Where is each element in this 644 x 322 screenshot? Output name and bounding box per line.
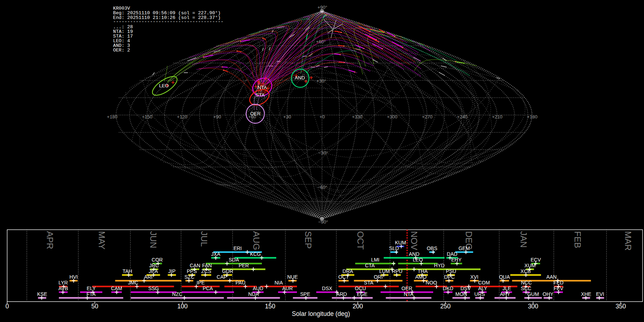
svg-text:OHY: OHY bbox=[543, 291, 554, 297]
svg-text:NOV: NOV bbox=[409, 231, 419, 250]
svg-text:PER: PER bbox=[239, 263, 249, 268]
svg-text:OER: OER bbox=[401, 286, 412, 291]
svg-text:300: 300 bbox=[528, 303, 538, 310]
svg-text:+330: +330 bbox=[352, 114, 362, 119]
svg-text:250: 250 bbox=[440, 303, 450, 310]
svg-text:FED: FED bbox=[553, 280, 564, 286]
svg-text:+120: +120 bbox=[177, 114, 187, 119]
svg-text:JXA: JXA bbox=[211, 251, 220, 257]
svg-text:LEO: LEO bbox=[159, 83, 169, 88]
svg-text:JUL: JUL bbox=[199, 231, 209, 247]
svg-text:OCT: OCT bbox=[356, 231, 365, 250]
svg-text:Solar longitude (deg): Solar longitude (deg) bbox=[292, 310, 350, 317]
svg-text:DRA: DRA bbox=[342, 268, 353, 274]
svg-text:AHY: AHY bbox=[500, 291, 510, 297]
svg-text:DAD: DAD bbox=[447, 251, 458, 257]
svg-text:PPS: PPS bbox=[187, 268, 197, 274]
svg-text:OER: OER bbox=[250, 111, 261, 116]
svg-text:PCA: PCA bbox=[203, 286, 213, 291]
svg-text:+210: +210 bbox=[492, 114, 502, 119]
svg-text:LMI: LMI bbox=[371, 257, 379, 263]
svg-text:NIA: NIA bbox=[274, 280, 283, 286]
svg-text:ARI: ARI bbox=[144, 274, 152, 280]
svg-text:DPC: DPC bbox=[444, 274, 455, 280]
svg-text:+240: +240 bbox=[457, 114, 467, 119]
svg-text:AUG: AUG bbox=[252, 231, 261, 250]
svg-text:FAN: FAN bbox=[202, 263, 212, 268]
svg-text:SDA: SDA bbox=[229, 257, 239, 263]
svg-text:LYR: LYR bbox=[58, 280, 68, 286]
svg-text:50: 50 bbox=[91, 303, 98, 310]
svg-text:0: 0 bbox=[5, 303, 9, 310]
svg-text:CAM: CAM bbox=[111, 286, 122, 291]
svg-text:JRC: JRC bbox=[149, 263, 159, 268]
svg-text:+30°: +30° bbox=[316, 78, 326, 84]
svg-text:NZC: NZC bbox=[172, 291, 182, 297]
svg-text:LEO: LEO bbox=[413, 257, 423, 263]
svg-text:ELY: ELY bbox=[87, 286, 96, 291]
svg-text:MAY: MAY bbox=[97, 231, 107, 249]
svg-text:NDA: NDA bbox=[248, 291, 259, 297]
svg-text:OER: 2: OER: 2 bbox=[113, 48, 130, 53]
svg-text:SZC: SZC bbox=[184, 274, 194, 280]
svg-text:SPE: SPE bbox=[300, 291, 310, 297]
svg-text:DKD: DKD bbox=[443, 286, 454, 291]
svg-text:−30°: −30° bbox=[318, 150, 328, 156]
svg-text:AND: AND bbox=[295, 75, 305, 80]
svg-text:+150: +150 bbox=[142, 114, 152, 119]
svg-text:FEV: FEV bbox=[553, 286, 564, 291]
svg-text:------------------------------: --------------------------------------- bbox=[113, 19, 224, 24]
svg-text:JAN: JAN bbox=[519, 231, 528, 248]
svg-text:FTA: FTA bbox=[87, 291, 96, 297]
svg-text:+180: +180 bbox=[107, 114, 117, 119]
svg-text:+0: +0 bbox=[319, 114, 325, 119]
svg-text:+60°: +60° bbox=[316, 39, 326, 44]
svg-text:KSE: KSE bbox=[37, 291, 47, 297]
svg-text:APR: APR bbox=[45, 231, 55, 249]
svg-text:DSX: DSX bbox=[322, 286, 332, 291]
svg-text:DSV: DSV bbox=[460, 286, 471, 291]
svg-text:RPU: RPU bbox=[392, 268, 402, 274]
svg-text:ZCS: ZCS bbox=[201, 268, 211, 274]
svg-text:NUE: NUE bbox=[287, 274, 298, 280]
svg-text:PAU: PAU bbox=[235, 280, 245, 286]
svg-text:JMC: JMC bbox=[128, 280, 138, 286]
svg-text:NOO: NOO bbox=[426, 280, 437, 286]
svg-text:JEA: JEA bbox=[149, 268, 158, 274]
svg-text:KUM: KUM bbox=[395, 240, 406, 245]
svg-text:100: 100 bbox=[177, 303, 187, 310]
svg-text:COM: COM bbox=[478, 280, 490, 286]
svg-text:GEM: GEM bbox=[458, 245, 470, 251]
svg-text:EGE: EGE bbox=[357, 291, 367, 297]
svg-text:PSU: PSU bbox=[446, 268, 456, 274]
svg-text:XCB: XCB bbox=[521, 268, 531, 274]
svg-text:ALY: ALY bbox=[478, 286, 487, 291]
svg-text:AND: AND bbox=[409, 251, 420, 257]
svg-text:MON: MON bbox=[455, 291, 467, 297]
svg-text:HVI: HVI bbox=[69, 274, 78, 280]
svg-text:KCG: KCG bbox=[250, 251, 261, 257]
svg-text:+90°: +90° bbox=[317, 5, 327, 10]
svg-text:ERI: ERI bbox=[233, 245, 241, 251]
svg-text:XVI: XVI bbox=[470, 274, 479, 280]
svg-text:EHY: EHY bbox=[451, 257, 462, 263]
svg-text:JUN: JUN bbox=[148, 231, 158, 248]
svg-text:THA: THA bbox=[418, 268, 428, 274]
svg-text:STA: STA bbox=[256, 92, 265, 98]
svg-text:XUM: XUM bbox=[525, 263, 536, 268]
svg-text:AAN: AAN bbox=[546, 274, 557, 280]
svg-text:ECV: ECV bbox=[531, 257, 541, 263]
svg-text:TAH: TAH bbox=[122, 268, 132, 274]
svg-text:CAP: CAP bbox=[217, 274, 227, 280]
svg-text:+180: +180 bbox=[527, 114, 537, 119]
svg-text:GDR: GDR bbox=[222, 268, 233, 274]
svg-text:GUM: GUM bbox=[527, 291, 539, 297]
svg-text:COR: COR bbox=[152, 257, 163, 263]
svg-text:−90°: −90° bbox=[318, 219, 328, 225]
svg-text:SCC: SCC bbox=[521, 286, 532, 291]
svg-text:−60°: −60° bbox=[317, 185, 327, 190]
svg-text:EVI: EVI bbox=[596, 291, 604, 297]
svg-text:SLD: SLD bbox=[389, 245, 399, 251]
svg-text:AMO: AMO bbox=[415, 274, 426, 280]
svg-text:AUD: AUD bbox=[253, 286, 263, 291]
